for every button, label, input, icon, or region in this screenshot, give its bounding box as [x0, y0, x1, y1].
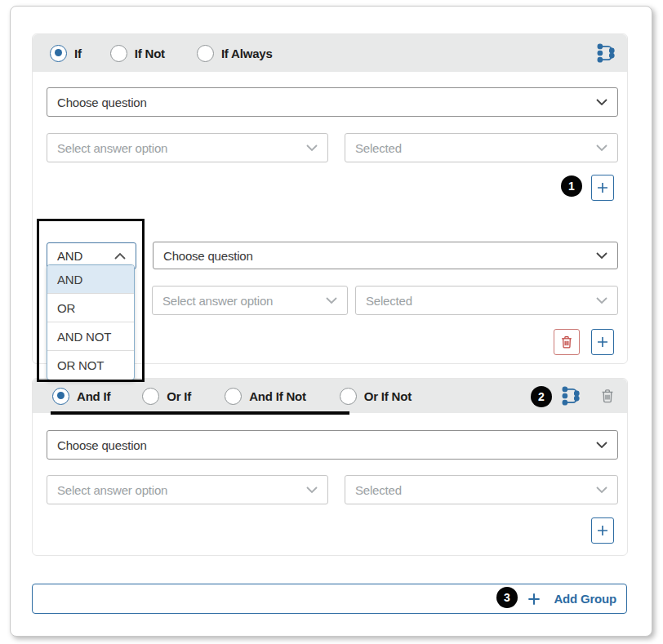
trash-icon — [598, 387, 616, 405]
radio-if-circle — [50, 45, 67, 62]
plus-icon — [595, 335, 610, 349]
group2-answer-select[interactable]: Select answer option — [47, 475, 328, 504]
group1-answer-select-2[interactable]: Select answer option — [152, 286, 348, 315]
radio-if-always-circle — [197, 45, 214, 62]
group1-state-select-2[interactable]: Selected — [355, 286, 618, 315]
radio-or-if-not[interactable]: Or If Not — [340, 388, 412, 405]
radio-if-always-label: If Always — [221, 47, 273, 60]
operator-option-or[interactable]: OR — [47, 294, 134, 322]
annotation-badge-3: 3 — [496, 587, 518, 608]
group1-state-select-1[interactable]: Selected — [345, 133, 618, 162]
radio-if-not[interactable]: If Not — [110, 45, 165, 62]
question-placeholder: Choose question — [57, 95, 596, 109]
radio-if-always[interactable]: If Always — [197, 45, 273, 62]
radio-and-if-label: And If — [77, 389, 110, 403]
plus-icon — [595, 180, 610, 195]
chevron-down-icon — [596, 144, 607, 151]
chevron-down-icon — [596, 442, 607, 448]
radio-if-label: If — [74, 47, 82, 60]
group2-question-select[interactable]: Choose question — [47, 430, 618, 460]
radio-if-not-circle — [110, 45, 127, 62]
radio-or-if-circle — [142, 388, 159, 405]
delete-condition-button[interactable] — [554, 329, 580, 355]
question-placeholder: Choose question — [163, 249, 596, 263]
add-group-button[interactable]: Add Group — [32, 584, 627, 614]
group1-header: If If Not If Always — [33, 34, 627, 72]
chevron-down-icon — [596, 297, 607, 304]
chevron-down-icon — [306, 144, 318, 151]
logic-builder-screen: If If Not If Always — [0, 0, 663, 644]
radio-and-if-circle — [52, 388, 69, 405]
chevron-down-icon — [306, 486, 318, 493]
radio-and-if[interactable]: And If — [52, 388, 110, 405]
operator-dropdown-panel: AND OR AND NOT OR NOT — [47, 264, 135, 380]
operator-option-or-not[interactable]: OR NOT — [47, 351, 134, 380]
radio-or-if-label: Or If — [167, 389, 191, 403]
question-placeholder: Choose question — [57, 438, 596, 452]
radio-or-if[interactable]: Or If — [142, 388, 191, 405]
chevron-down-icon — [596, 99, 607, 105]
group1-question-select-2[interactable]: Choose question — [153, 242, 618, 269]
chevron-down-icon — [326, 297, 337, 304]
operator-option-and[interactable]: AND — [47, 265, 134, 294]
radio-or-if-not-circle — [340, 388, 357, 405]
chevron-down-icon — [596, 252, 607, 259]
chevron-up-icon — [114, 253, 126, 260]
delete-group-icon[interactable] — [597, 385, 618, 406]
annotation-badge-2: 2 — [531, 386, 552, 407]
radio-and-if-not-label: And If Not — [249, 389, 306, 403]
annotation-badge-1: 1 — [561, 175, 582, 197]
radio-and-if-not-circle — [225, 388, 242, 405]
operator-option-and-not[interactable]: AND NOT — [47, 322, 134, 351]
plus-icon — [526, 591, 542, 607]
plus-icon — [595, 523, 610, 538]
add-condition-button-1[interactable] — [591, 175, 614, 201]
radio-and-if-not[interactable]: And If Not — [225, 388, 306, 405]
answer-placeholder: Select answer option — [162, 294, 326, 308]
logic-flow-icon[interactable] — [561, 385, 582, 406]
add-condition-button-2[interactable] — [591, 329, 614, 355]
chevron-down-icon — [596, 486, 607, 493]
answer-placeholder: Select answer option — [57, 141, 306, 155]
radio-if-not-label: If Not — [135, 47, 165, 60]
add-condition-button-3[interactable] — [591, 517, 614, 544]
group1-question-select-1[interactable]: Choose question — [47, 87, 618, 117]
group1-answer-select-1[interactable]: Select answer option — [47, 133, 328, 162]
radio-if[interactable]: If — [50, 45, 82, 62]
logic-flow-icon[interactable] — [596, 42, 617, 64]
state-placeholder: Selected — [355, 141, 596, 155]
state-placeholder: Selected — [366, 294, 596, 308]
group2-state-select[interactable]: Selected — [345, 475, 618, 504]
trash-icon — [558, 334, 575, 350]
operator-value: AND — [57, 249, 114, 263]
add-group-label: Add Group — [554, 592, 616, 606]
state-placeholder: Selected — [355, 483, 596, 497]
radio-or-if-not-label: Or If Not — [364, 389, 412, 403]
answer-placeholder: Select answer option — [57, 483, 306, 497]
